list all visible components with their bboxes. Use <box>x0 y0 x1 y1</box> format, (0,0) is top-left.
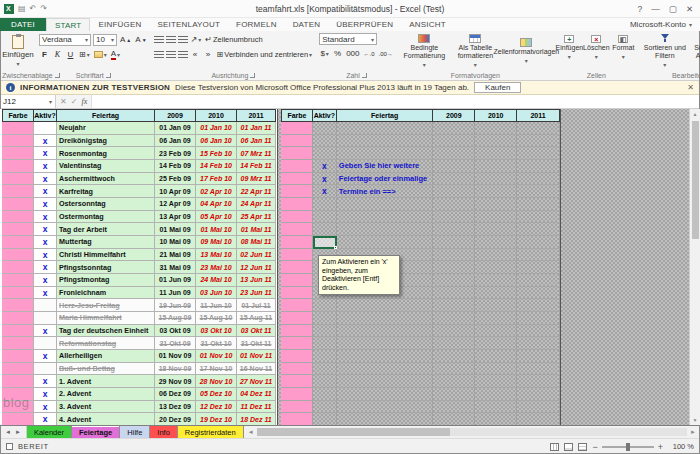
scrollbar-thumb[interactable] <box>692 121 699 239</box>
color-cell[interactable] <box>2 173 34 186</box>
align-center-icon[interactable] <box>166 51 176 59</box>
date-2010-cell[interactable]: 02 Apr 10 <box>196 185 237 198</box>
active-flag-cell[interactable] <box>313 375 337 388</box>
hscroll-thumb[interactable] <box>257 428 451 436</box>
active-flag-cell[interactable]: x <box>313 160 337 173</box>
empty-cell[interactable] <box>475 287 517 300</box>
date-2009-cell[interactable]: 18 Nov 09 <box>155 363 196 376</box>
empty-cell[interactable] <box>517 236 560 249</box>
conditional-formatting-button[interactable]: Bedingte Formatierung▾ <box>400 33 449 68</box>
date-2011-cell[interactable]: 01 Jul 11 <box>237 299 276 312</box>
empty-cell[interactable] <box>433 299 475 312</box>
tab-daten[interactable]: DATEN <box>285 18 329 31</box>
insert-function-icon[interactable]: fx <box>81 97 87 106</box>
holiday-name-cell[interactable]: Ostersonntag <box>57 198 155 211</box>
empty-cell[interactable] <box>517 122 560 135</box>
header-2010[interactable]: 2010 <box>196 109 237 122</box>
next-sheet-icon[interactable]: ► <box>15 429 21 435</box>
color-cell[interactable] <box>281 211 313 224</box>
date-2009-cell[interactable]: 29 Nov 09 <box>155 375 196 388</box>
date-2009-cell[interactable]: 11 Jun 09 <box>155 287 196 300</box>
date-2010-cell[interactable]: 31 Okt 10 <box>196 337 237 350</box>
header-feiertag[interactable]: Feiertag <box>57 109 155 122</box>
empty-cell[interactable] <box>433 388 475 401</box>
increase-decimal-button[interactable]: ←.0 <box>362 48 375 60</box>
holiday-name-cell[interactable]: Muttertag <box>57 236 155 249</box>
name-box[interactable]: J12 ▾ <box>0 95 56 108</box>
empty-cell[interactable] <box>433 236 475 249</box>
empty-cell[interactable] <box>433 363 475 376</box>
empty-cell[interactable] <box>433 211 475 224</box>
date-2011-cell[interactable]: 06 Jan 11 <box>237 135 276 148</box>
color-cell[interactable] <box>2 236 34 249</box>
wrap-text-button[interactable]: ↵ Zeilenumbruch <box>204 34 263 46</box>
active-flag-cell[interactable] <box>313 135 337 148</box>
holiday-name-cell[interactable]: Tag der Arbeit <box>57 223 155 236</box>
date-2009-cell[interactable]: 31 Okt 09 <box>155 337 196 350</box>
zoom-in-icon[interactable]: + <box>658 443 663 451</box>
date-2010-cell[interactable]: 17 Feb 10 <box>196 173 237 186</box>
active-flag-cell[interactable] <box>313 122 337 135</box>
active-flag-cell[interactable] <box>313 350 337 363</box>
empty-cell[interactable] <box>517 401 560 414</box>
color-cell[interactable] <box>281 236 313 249</box>
cancel-entry-icon[interactable]: ✕ <box>60 97 67 106</box>
note-cell[interactable] <box>337 401 434 414</box>
date-2010-cell[interactable]: 14 Feb 10 <box>196 160 237 173</box>
header-feiertag[interactable]: Feiertag <box>337 109 434 122</box>
buy-button[interactable]: Kaufen <box>474 82 521 93</box>
note-cell[interactable] <box>337 122 434 135</box>
empty-cell[interactable] <box>433 287 475 300</box>
empty-cell[interactable] <box>433 274 475 287</box>
empty-cell[interactable] <box>433 401 475 414</box>
date-2011-cell[interactable]: 25 Apr 11 <box>237 211 276 224</box>
insert-cells-button[interactable]: + Einfügen▾ <box>557 33 582 60</box>
tab-datei[interactable]: DATEI <box>0 18 46 31</box>
holiday-name-cell[interactable]: Buß- und Bettag <box>57 363 155 376</box>
prev-sheet-icon[interactable]: ◄ <box>5 429 11 435</box>
color-cell[interactable] <box>281 147 313 160</box>
cell-styles-button[interactable]: Zellenformatvorlagen▾ <box>502 37 551 64</box>
date-2009-cell[interactable]: 01 Jun 09 <box>155 274 196 287</box>
sheet-tab-hilfe[interactable]: Hilfe <box>120 426 150 438</box>
empty-cell[interactable] <box>475 122 517 135</box>
empty-cell[interactable] <box>433 375 475 388</box>
date-2009-cell[interactable]: 21 Mai 09 <box>155 249 196 262</box>
active-flag-cell[interactable] <box>34 122 57 135</box>
align-top-icon[interactable] <box>154 36 164 44</box>
close-icon[interactable]: ✕ <box>686 4 693 14</box>
date-2010-cell[interactable]: 11 Jun 10 <box>196 299 237 312</box>
empty-cell[interactable] <box>475 337 517 350</box>
dialog-launcher-icon[interactable] <box>106 73 111 78</box>
scroll-up-icon[interactable]: ▲ <box>693 109 698 119</box>
color-cell[interactable] <box>281 173 313 186</box>
date-2011-cell[interactable]: 03 Okt 11 <box>237 325 276 338</box>
holiday-name-cell[interactable]: 1. Advent <box>57 375 155 388</box>
date-2011-cell[interactable]: 07 Mrz 11 <box>237 147 276 160</box>
active-flag-cell[interactable] <box>313 388 337 401</box>
empty-cell[interactable] <box>517 249 560 262</box>
note-cell[interactable] <box>337 375 434 388</box>
tab-ueberpruefen[interactable]: ÜBERPRÜFEN <box>328 18 401 31</box>
date-2010-cell[interactable]: 03 Jun 10 <box>196 287 237 300</box>
confirm-entry-icon[interactable]: ✓ <box>71 97 78 106</box>
date-2009-cell[interactable]: 31 Mai 09 <box>155 261 196 274</box>
note-cell[interactable] <box>337 312 434 325</box>
color-cell[interactable] <box>281 350 313 363</box>
empty-cell[interactable] <box>475 236 517 249</box>
active-flag-cell[interactable]: x <box>34 274 57 287</box>
selected-cell-j12[interactable] <box>313 236 337 249</box>
header-2009[interactable]: 2009 <box>433 109 475 122</box>
empty-cell[interactable] <box>475 325 517 338</box>
color-cell[interactable] <box>2 325 34 338</box>
empty-cell[interactable] <box>517 261 560 274</box>
scroll-right-icon[interactable]: ► <box>690 429 696 435</box>
date-2010-cell[interactable]: 05 Dez 10 <box>196 388 237 401</box>
accounting-format-button[interactable]: $▾ <box>319 48 330 60</box>
color-cell[interactable] <box>2 198 34 211</box>
active-flag-cell[interactable]: x <box>34 401 57 414</box>
header-2010[interactable]: 2010 <box>475 109 517 122</box>
active-flag-cell[interactable] <box>34 363 57 376</box>
color-cell[interactable] <box>2 274 34 287</box>
date-2010-cell[interactable]: 28 Nov 10 <box>196 375 237 388</box>
